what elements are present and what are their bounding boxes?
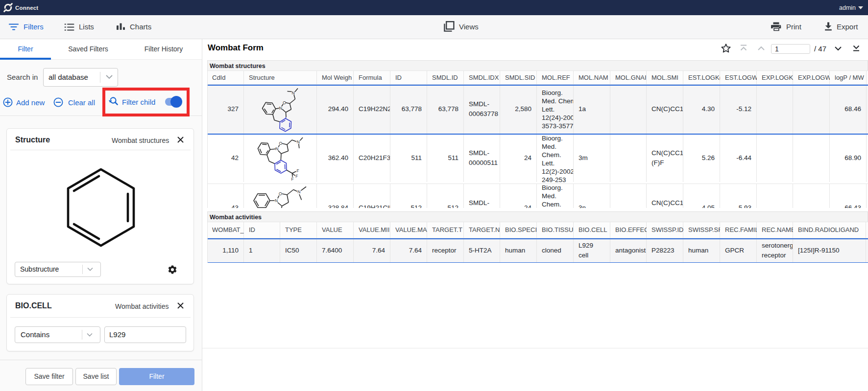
svg-text:O: O [283,100,286,105]
svg-text:O: O [279,191,282,196]
svg-text:N: N [275,146,278,151]
svg-text:O: O [279,141,282,146]
svg-text:F: F [297,168,299,173]
svg-text:N: N [297,189,300,194]
svg-text:N: N [275,198,278,203]
svg-text:N: N [279,106,282,111]
svg-text:F: F [295,174,298,179]
svg-text:N: N [297,139,300,144]
svg-text:N: N [292,91,295,95]
svg-text:F: F [291,177,294,182]
